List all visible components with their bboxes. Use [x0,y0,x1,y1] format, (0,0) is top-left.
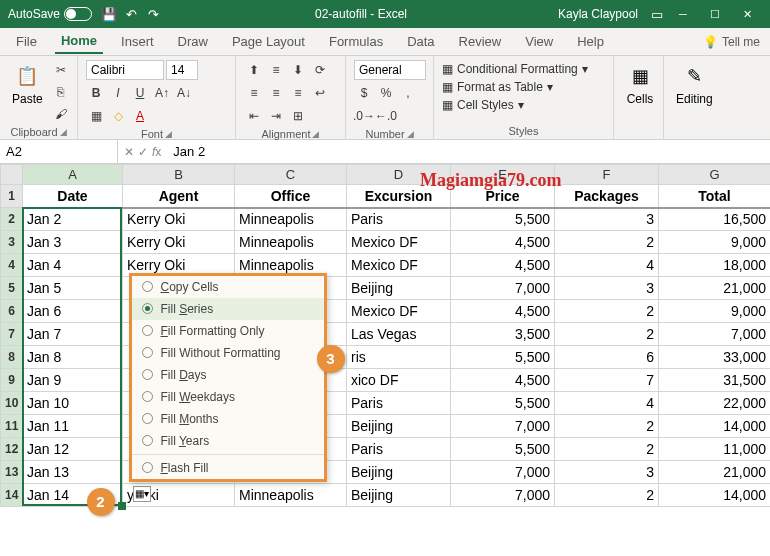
cell[interactable]: Jan 9 [23,369,123,392]
tab-data[interactable]: Data [401,30,440,53]
row-header[interactable]: 5 [1,277,23,300]
name-box[interactable]: A2 [0,140,118,163]
cell[interactable]: 3 [555,277,659,300]
menu-item[interactable]: Flash Fill [132,457,324,479]
menu-item[interactable]: Fill Without Formatting [132,342,324,364]
row-header[interactable]: 7 [1,323,23,346]
cell[interactable]: 2 [555,300,659,323]
cell[interactable]: Beijing [347,461,451,484]
cell[interactable]: 18,000 [659,254,771,277]
cell[interactable]: Minneapolis [235,484,347,507]
cell[interactable]: 2 [555,438,659,461]
cell[interactable]: Las Vegas [347,323,451,346]
cell[interactable]: Paris [347,392,451,415]
cell-styles-button[interactable]: ▦Cell Styles ▾ [442,98,524,112]
cell[interactable]: Total [659,185,771,208]
cell[interactable]: Jan 10 [23,392,123,415]
cell[interactable]: 2 [555,415,659,438]
tab-view[interactable]: View [519,30,559,53]
align-left-icon[interactable]: ≡ [244,83,264,103]
cell[interactable]: 21,000 [659,277,771,300]
tab-help[interactable]: Help [571,30,610,53]
comma-icon[interactable]: , [398,83,418,103]
cell[interactable]: 14,000 [659,484,771,507]
row-header[interactable]: 8 [1,346,23,369]
cell[interactable]: Beijing [347,484,451,507]
cell[interactable]: Paris [347,438,451,461]
cell[interactable]: Jan 7 [23,323,123,346]
cell[interactable]: 21,000 [659,461,771,484]
dialog-launcher-icon[interactable]: ◢ [165,129,172,139]
cell[interactable]: Jan 13 [23,461,123,484]
increase-decimal-icon[interactable]: .0→ [354,106,374,126]
save-icon[interactable]: 💾 [98,3,120,25]
number-format-select[interactable]: General [354,60,426,80]
row-header[interactable]: 10 [1,392,23,415]
decrease-font-icon[interactable]: A↓ [174,83,194,103]
cell[interactable]: 9,000 [659,300,771,323]
wrap-text-icon[interactable]: ↩ [310,83,330,103]
cell[interactable]: Minneapolis [235,231,347,254]
cell[interactable]: 5,500 [451,392,555,415]
cell[interactable]: 9,000 [659,231,771,254]
ribbon-display-icon[interactable]: ▭ [646,3,668,25]
dialog-launcher-icon[interactable]: ◢ [407,129,414,139]
cell[interactable]: Minneapolis [235,208,347,231]
col-header[interactable]: F [555,165,659,185]
editing-button[interactable]: ✎Editing [672,60,717,108]
row-header[interactable]: 4 [1,254,23,277]
row-header[interactable]: 13 [1,461,23,484]
row-header[interactable]: 6 [1,300,23,323]
cell[interactable]: Jan 5 [23,277,123,300]
cells-button[interactable]: ▦Cells [622,60,658,108]
cell[interactable]: 4,500 [451,300,555,323]
row-header[interactable]: 12 [1,438,23,461]
cell[interactable]: 4,500 [451,369,555,392]
increase-indent-icon[interactable]: ⇥ [266,106,286,126]
cell[interactable]: Beijing [347,415,451,438]
cell[interactable]: 7,000 [451,415,555,438]
dialog-launcher-icon[interactable]: ◢ [60,127,67,137]
cell[interactable]: 4 [555,392,659,415]
cell[interactable]: 5,500 [451,208,555,231]
cell[interactable]: Mexico DF [347,231,451,254]
align-top-icon[interactable]: ⬆ [244,60,264,80]
cell[interactable]: Mexico DF [347,254,451,277]
decrease-decimal-icon[interactable]: ←.0 [376,106,396,126]
tab-file[interactable]: File [10,30,43,53]
cell[interactable]: Office [235,185,347,208]
cell[interactable]: 2 [555,231,659,254]
align-middle-icon[interactable]: ≡ [266,60,286,80]
cut-icon[interactable]: ✂ [51,60,71,80]
cell[interactable]: Jan 11 [23,415,123,438]
cell[interactable]: 33,000 [659,346,771,369]
tab-draw[interactable]: Draw [172,30,214,53]
align-center-icon[interactable]: ≡ [266,83,286,103]
tab-insert[interactable]: Insert [115,30,160,53]
cell[interactable]: 7,000 [451,461,555,484]
cell[interactable]: Jan 2 [23,208,123,231]
cell[interactable]: 4,500 [451,254,555,277]
cell[interactable]: 4 [555,254,659,277]
cell[interactable]: Jan 3 [23,231,123,254]
align-right-icon[interactable]: ≡ [288,83,308,103]
cell[interactable]: Kerry Oki [123,208,235,231]
fx-icon[interactable]: fx [152,145,161,159]
worksheet-grid[interactable]: A B C D E F G 1 Date Agent Office Excurs… [0,164,770,507]
select-all-corner[interactable] [1,165,23,185]
cell[interactable]: Jan 6 [23,300,123,323]
dialog-launcher-icon[interactable]: ◢ [312,129,319,139]
conditional-formatting-button[interactable]: ▦Conditional Formatting ▾ [442,62,588,76]
cell[interactable]: Packages [555,185,659,208]
redo-icon[interactable]: ↷ [142,3,164,25]
col-header[interactable]: A [23,165,123,185]
currency-icon[interactable]: $ [354,83,374,103]
cell[interactable]: Beijing [347,277,451,300]
cell[interactable]: 2 [555,323,659,346]
format-painter-icon[interactable]: 🖌 [51,104,71,124]
undo-icon[interactable]: ↶ [120,3,142,25]
underline-button[interactable]: U [130,83,150,103]
col-header[interactable]: B [123,165,235,185]
decrease-indent-icon[interactable]: ⇤ [244,106,264,126]
cell[interactable]: ris [347,346,451,369]
